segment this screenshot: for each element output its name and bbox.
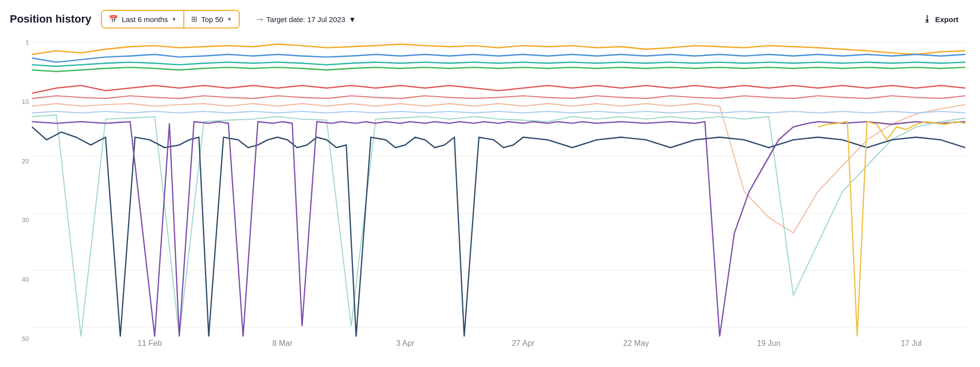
chart-area: 1 10 20 30 40 50 [10, 36, 965, 357]
position-history-widget: Position history 📅 Last 6 months ▼ ⊞ Top… [0, 0, 980, 367]
chart-svg: 11 Feb 8 Mar 3 Apr 27 Apr 22 May 19 Jun … [32, 36, 965, 357]
y-label-50: 50 [10, 335, 32, 342]
y-axis: 1 10 20 30 40 50 [10, 36, 32, 357]
y-label-20: 20 [10, 157, 32, 165]
target-date-label: Target date: 17 Jul 2023 [266, 15, 345, 24]
x-label-mar: 8 Mar [273, 338, 293, 347]
target-chevron-icon: ▼ [349, 15, 356, 24]
y-label-30: 30 [10, 216, 32, 224]
x-label-jun: 19 Jun [757, 338, 780, 347]
x-label-jul: 17 Jul [901, 338, 922, 347]
chart-header: Position history 📅 Last 6 months ▼ ⊞ Top… [10, 10, 965, 28]
download-icon: ⭳ [923, 14, 931, 24]
x-label-may: 22 May [623, 338, 649, 347]
x-label-feb: 11 Feb [138, 338, 162, 347]
x-label-apr27: 27 Apr [512, 338, 535, 347]
top-filter-button[interactable]: ⊞ Top 50 ▼ [184, 11, 239, 27]
period-filter-label: Last 6 months [122, 15, 168, 24]
period-chevron-icon: ▼ [171, 16, 176, 22]
top-filter-label: Top 50 [201, 15, 223, 24]
chart-title: Position history [10, 13, 91, 26]
top-chevron-icon: ▼ [226, 16, 232, 22]
y-label-40: 40 [10, 276, 32, 283]
y-label-10: 10 [10, 98, 32, 105]
x-label-apr: 3 Apr [396, 338, 415, 347]
y-label-1: 1 [10, 39, 32, 46]
chart-inner: 11 Feb 8 Mar 3 Apr 27 Apr 22 May 19 Jun … [32, 36, 965, 357]
period-filter-button[interactable]: 📅 Last 6 months ▼ [102, 11, 184, 27]
export-label: Export [935, 15, 958, 24]
filter-group: 📅 Last 6 months ▼ ⊞ Top 50 ▼ [101, 10, 240, 28]
export-button[interactable]: ⭳ Export [916, 10, 965, 28]
table-icon: ⊞ [191, 15, 198, 24]
calendar-icon: 📅 [109, 15, 118, 24]
target-date-button[interactable]: ⤑ Target date: 17 Jul 2023 ▼ [250, 11, 363, 28]
wave-icon: ⤑ [256, 15, 263, 24]
